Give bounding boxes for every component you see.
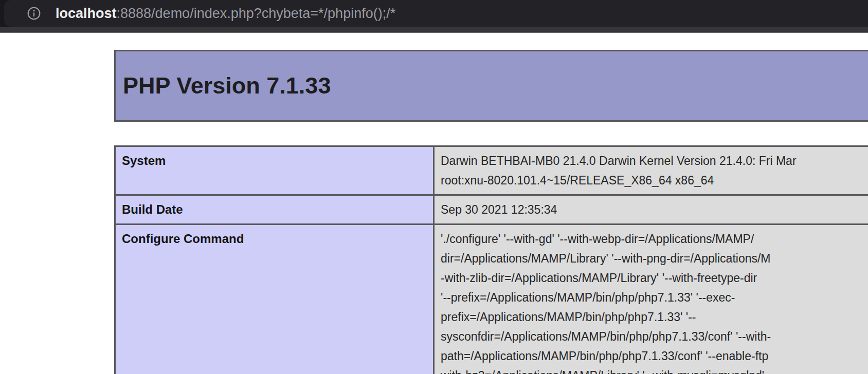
- table-row-build-date: Build Date Sep 30 2021 12:35:34: [116, 194, 868, 223]
- phpinfo-table: System Darwin BETHBAI-MB0 21.4.0 Darwin …: [114, 145, 868, 374]
- url-hostname: localhost: [56, 6, 117, 21]
- row-label-configure-command: Configure Command: [116, 225, 435, 374]
- address-bar[interactable]: localhost:8888/demo/index.php?chybeta=*/…: [4, 0, 868, 27]
- toolbar-divider: [0, 32, 868, 33]
- row-value-system: Darwin BETHBAI-MB0 21.4.0 Darwin Kernel …: [435, 147, 868, 194]
- row-value-build-date: Sep 30 2021 12:35:34: [435, 196, 868, 223]
- row-value-configure-command: './configure' '--with-gd' '--with-webp-d…: [435, 225, 868, 374]
- info-icon[interactable]: [27, 6, 41, 21]
- url-path: :8888/demo/index.php?chybeta=*/phpinfo()…: [117, 6, 396, 21]
- value-line: with-bz2=/Applications/MAMP/Library' '--…: [441, 366, 868, 374]
- table-row-system: System Darwin BETHBAI-MB0 21.4.0 Darwin …: [116, 147, 868, 194]
- value-line: sysconfdir=/Applications/MAMP/bin/php/ph…: [441, 327, 868, 346]
- row-label-build-date: Build Date: [116, 196, 435, 223]
- page-title: PHP Version 7.1.33: [123, 72, 331, 99]
- value-line: '--prefix=/Applications/MAMP/bin/php/php…: [441, 288, 868, 307]
- value-line: root:xnu-8020.101.4~15/RELEASE_X86_64 x8…: [441, 171, 868, 190]
- value-line: dir=/Applications/MAMP/Library' '--with-…: [441, 249, 868, 268]
- value-line: Sep 30 2021 12:35:34: [441, 200, 868, 219]
- browser-toolbar: localhost:8888/demo/index.php?chybeta=*/…: [0, 0, 868, 33]
- value-line: prefix=/Applications/MAMP/bin/php/php7.1…: [441, 307, 868, 327]
- value-line: path=/Applications/MAMP/bin/php/php7.1.3…: [441, 346, 868, 366]
- value-line: Darwin BETHBAI-MB0 21.4.0 Darwin Kernel …: [441, 151, 868, 171]
- row-label-system: System: [116, 147, 435, 194]
- toolbar-strip: [0, 27, 868, 32]
- table-row-configure-command: Configure Command './configure' '--with-…: [116, 223, 868, 374]
- url-text: localhost:8888/demo/index.php?chybeta=*/…: [56, 0, 395, 27]
- value-line: './configure' '--with-gd' '--with-webp-d…: [441, 229, 868, 249]
- value-line: -with-zlib-dir=/Applications/MAMP/Librar…: [441, 268, 868, 288]
- php-version-header: PHP Version 7.1.33: [114, 50, 868, 122]
